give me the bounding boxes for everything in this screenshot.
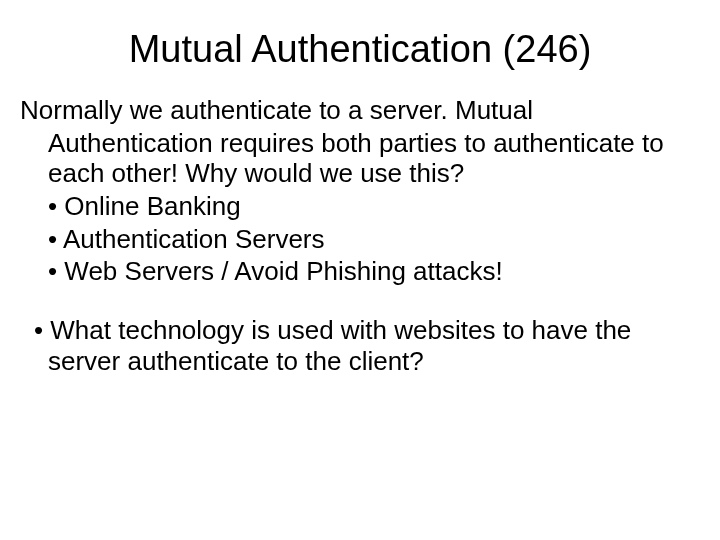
intro-text-line1: Normally we authenticate to a server. Mu… <box>20 95 700 126</box>
question-block: • What technology is used with websites … <box>20 315 700 376</box>
bullet-list: Online Banking Authentication Servers We… <box>20 191 700 287</box>
list-item: Web Servers / Avoid Phishing attacks! <box>48 256 700 287</box>
list-item: Authentication Servers <box>48 224 700 255</box>
question-text: • What technology is used with websites … <box>48 315 700 376</box>
intro-text-line2: Authentication requires both parties to … <box>20 128 700 189</box>
slide: Mutual Authentication (246) Normally we … <box>0 0 720 540</box>
slide-title: Mutual Authentication (246) <box>20 28 700 71</box>
slide-body: Normally we authenticate to a server. Mu… <box>20 95 700 376</box>
list-item: Online Banking <box>48 191 700 222</box>
